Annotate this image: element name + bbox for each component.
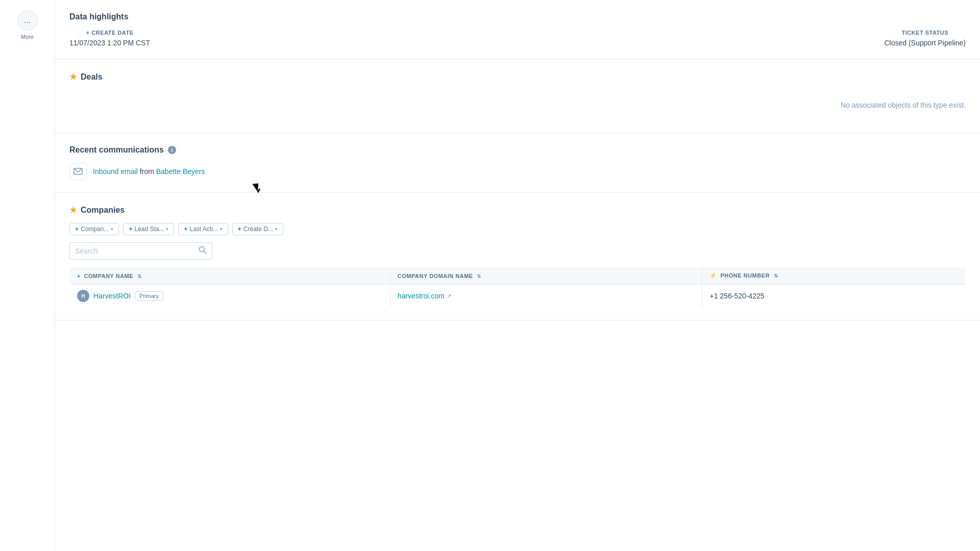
ticket-status-item: TICKET STATUS Closed (Support Pipeline) bbox=[884, 30, 966, 47]
filter-create-date[interactable]: + Create D... ▾ bbox=[232, 223, 283, 235]
deals-no-objects: No associated objects of this type exist… bbox=[841, 101, 966, 109]
filter-company-plus: + bbox=[75, 226, 79, 233]
comm-item: Inbound email from Babette Beyers bbox=[69, 163, 966, 180]
companies-filters: + Compan... ▾ + Lead Sta... ▾ + Last Act… bbox=[69, 223, 966, 235]
sort-phone: ⇅ bbox=[774, 273, 778, 279]
more-button[interactable]: ... bbox=[17, 10, 38, 31]
companies-search-box[interactable] bbox=[69, 242, 212, 260]
filter-last-activity[interactable]: + Last Acti... ▾ bbox=[178, 223, 228, 235]
sender-link[interactable]: Babette Beyers bbox=[156, 167, 205, 176]
recent-communications-title: Recent communications bbox=[69, 145, 164, 155]
from-text: from bbox=[138, 167, 156, 176]
create-date-item: + CREATE DATE 11/07/2023 1:20 PM CST bbox=[69, 30, 150, 47]
filter-last-chevron: ▾ bbox=[220, 227, 223, 232]
th-domain-name[interactable]: COMPANY DOMAIN NAME ⇅ bbox=[390, 267, 702, 285]
create-date-value: 11/07/2023 1:20 PM CST bbox=[69, 39, 150, 47]
filter-lead-plus: + bbox=[129, 226, 132, 233]
filter-lead-chevron: ▾ bbox=[166, 227, 168, 232]
sidebar: ... More bbox=[0, 0, 55, 551]
companies-star-icon: ★ bbox=[69, 205, 77, 215]
external-link-icon: ↗ bbox=[447, 293, 451, 299]
deals-section: ★ Deals No associated objects of this ty… bbox=[55, 60, 980, 133]
deals-title-text: Deals bbox=[81, 72, 103, 82]
filter-company-chevron: ▾ bbox=[111, 227, 113, 232]
search-icon[interactable] bbox=[199, 246, 207, 256]
td-company-name: H HarvestROI Primary bbox=[70, 285, 390, 308]
filter-lead-status[interactable]: + Lead Sta... ▾ bbox=[123, 223, 174, 235]
create-date-plus: + bbox=[86, 30, 89, 36]
primary-badge: Primary bbox=[135, 291, 163, 300]
create-date-label: + CREATE DATE bbox=[86, 30, 133, 36]
recent-communications-header: Recent communications i bbox=[69, 145, 966, 155]
table-row: H HarvestROI Primary harvestroi.com ↗ bbox=[70, 285, 966, 308]
email-icon-box bbox=[69, 163, 87, 180]
filter-company[interactable]: + Compan... ▾ bbox=[69, 223, 119, 235]
comm-text: Inbound email from Babette Beyers bbox=[93, 167, 205, 176]
domain-text: harvestroi.com bbox=[398, 292, 445, 300]
company-name-link[interactable]: HarvestROI bbox=[93, 292, 131, 300]
table-header-row: + COMPANY NAME ⇅ COMPANY DOMAIN NAME ⇅ ⚡… bbox=[70, 267, 966, 285]
data-highlights-title: Data highlights bbox=[69, 12, 966, 21]
filter-company-label: Compan... bbox=[81, 226, 109, 233]
th-company-name[interactable]: + COMPANY NAME ⇅ bbox=[70, 267, 390, 285]
ticket-status-value: Closed (Support Pipeline) bbox=[884, 39, 966, 47]
search-input[interactable] bbox=[75, 247, 199, 255]
lightning-icon: ⚡ bbox=[709, 272, 717, 279]
company-avatar: H bbox=[77, 290, 89, 302]
create-date-label-text: CREATE DATE bbox=[91, 30, 133, 36]
deals-star-icon: ★ bbox=[69, 72, 77, 82]
more-label: More bbox=[21, 34, 34, 40]
domain-link[interactable]: harvestroi.com ↗ bbox=[398, 292, 695, 300]
sort-company-name: ⇅ bbox=[137, 273, 142, 279]
data-highlights-section: Data highlights + CREATE DATE 11/07/2023… bbox=[55, 0, 980, 60]
recent-communications-section: Recent communications i Inbound email fr… bbox=[55, 133, 980, 193]
inbound-email-link[interactable]: Inbound email bbox=[93, 167, 138, 176]
phone-value: +1 256-520-4225 bbox=[709, 292, 764, 300]
more-dots-icon: ... bbox=[24, 16, 31, 25]
filter-create-label: Create D... bbox=[243, 226, 273, 233]
svg-line-2 bbox=[204, 252, 207, 254]
ticket-status-label-text: TICKET STATUS bbox=[901, 30, 948, 36]
info-icon[interactable]: i bbox=[168, 146, 176, 154]
deals-title: ★ Deals bbox=[69, 72, 966, 82]
filter-create-plus: + bbox=[238, 226, 241, 233]
companies-table: + COMPANY NAME ⇅ COMPANY DOMAIN NAME ⇅ ⚡… bbox=[69, 267, 966, 308]
td-phone: +1 256-520-4225 bbox=[702, 285, 966, 308]
ticket-status-label: TICKET STATUS bbox=[901, 30, 948, 36]
companies-title: ★ Companies bbox=[69, 205, 966, 215]
td-domain: harvestroi.com ↗ bbox=[390, 285, 702, 308]
deals-content: No associated objects of this type exist… bbox=[69, 90, 966, 120]
sort-domain-name: ⇅ bbox=[477, 273, 481, 279]
data-highlights-label: Data highlights bbox=[69, 12, 129, 21]
filter-last-label: Last Acti... bbox=[189, 226, 217, 233]
email-icon bbox=[74, 168, 83, 175]
companies-title-text: Companies bbox=[81, 206, 125, 215]
filter-last-plus: + bbox=[184, 226, 187, 233]
filter-create-chevron: ▾ bbox=[275, 227, 278, 232]
th-phone-number[interactable]: ⚡ PHONE NUMBER ⇅ bbox=[702, 267, 966, 285]
filter-lead-label: Lead Sta... bbox=[134, 226, 164, 233]
companies-section: ★ Companies + Compan... ▾ + Lead Sta... … bbox=[55, 193, 980, 320]
main-content: Data highlights + CREATE DATE 11/07/2023… bbox=[55, 0, 980, 551]
